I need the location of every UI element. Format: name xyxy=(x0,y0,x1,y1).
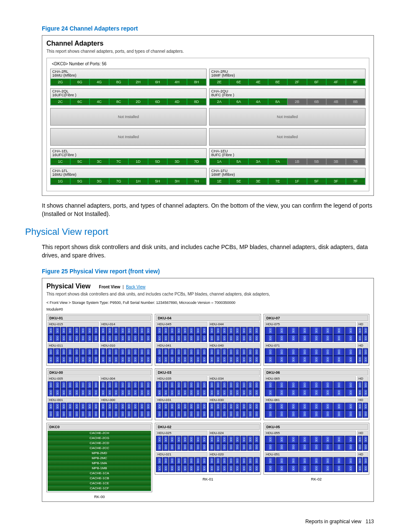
drive-slot[interactable] xyxy=(139,410,145,418)
drive-slot[interactable] xyxy=(228,465,234,472)
port-button[interactable]: 8C xyxy=(109,98,129,105)
drive-slot[interactable] xyxy=(265,410,276,418)
drive-slot[interactable] xyxy=(176,457,182,465)
drive-slot[interactable] xyxy=(247,436,253,443)
drive-slot[interactable] xyxy=(240,465,246,472)
port-button[interactable]: 4D xyxy=(167,98,187,105)
drive-slot[interactable] xyxy=(119,403,125,410)
drive-slot[interactable] xyxy=(357,389,363,396)
drive-slot[interactable] xyxy=(139,356,145,363)
drive-slot[interactable] xyxy=(163,348,169,356)
drive-slot[interactable] xyxy=(333,436,344,443)
port-button[interactable]: 7A xyxy=(268,158,288,165)
drive-slot[interactable] xyxy=(107,381,113,389)
drive-slot[interactable] xyxy=(107,403,113,410)
drive-slot[interactable] xyxy=(61,327,66,334)
drive-slot[interactable] xyxy=(195,443,201,451)
drive-slot[interactable] xyxy=(234,381,240,389)
drive-slot[interactable] xyxy=(310,389,321,396)
drive-slot[interactable] xyxy=(195,403,201,410)
drive-slot[interactable] xyxy=(265,457,276,465)
drive-slot[interactable] xyxy=(163,410,169,418)
port-button[interactable]: 5A xyxy=(229,158,249,165)
drive-slot[interactable] xyxy=(176,381,182,389)
dkc-item[interactable]: CACHE-1CB xyxy=(48,476,151,481)
port-button[interactable]: 5B xyxy=(307,158,327,165)
port-button[interactable]: 7B xyxy=(346,158,366,165)
port-button[interactable]: 1A xyxy=(210,158,229,165)
drive-slot[interactable] xyxy=(322,443,333,451)
drive-slot[interactable] xyxy=(240,356,246,363)
drive-slot[interactable] xyxy=(156,403,162,410)
drive-slot[interactable] xyxy=(48,356,54,363)
drive-slot[interactable] xyxy=(345,381,356,389)
drive-slot[interactable] xyxy=(299,457,310,465)
drive-slot[interactable] xyxy=(322,327,333,334)
drive-slot[interactable] xyxy=(195,348,201,356)
drive-slot[interactable] xyxy=(132,381,138,389)
drive-slot[interactable] xyxy=(221,356,227,363)
drive-slot[interactable] xyxy=(195,381,201,389)
drive-slot[interactable] xyxy=(195,457,201,465)
drive-slot[interactable] xyxy=(176,348,182,356)
port-button[interactable]: 1D xyxy=(128,158,148,165)
drive-slot[interactable] xyxy=(345,348,356,356)
drive-slot[interactable] xyxy=(74,410,79,418)
drive-slot[interactable] xyxy=(80,403,86,410)
drive-slot[interactable] xyxy=(74,356,79,363)
drive-slot[interactable] xyxy=(288,436,299,443)
drive-slot[interactable] xyxy=(288,356,299,363)
drive-slot[interactable] xyxy=(100,327,106,334)
drive-slot[interactable] xyxy=(299,410,310,418)
drive-slot[interactable] xyxy=(240,410,246,418)
dkc-item[interactable]: CACHE-2CG xyxy=(48,436,151,441)
dkc-item[interactable]: CACHE-2CC xyxy=(48,446,151,451)
dkc-item[interactable]: CACHE-1CA xyxy=(48,471,151,476)
drive-slot[interactable] xyxy=(80,327,86,334)
drive-slot[interactable] xyxy=(61,348,66,356)
drive-slot[interactable] xyxy=(201,457,207,465)
drive-slot[interactable] xyxy=(107,410,113,418)
drive-slot[interactable] xyxy=(119,356,125,363)
drive-slot[interactable] xyxy=(182,443,188,451)
drive-slot[interactable] xyxy=(156,410,162,418)
drive-slot[interactable] xyxy=(113,348,119,356)
drive-slot[interactable] xyxy=(126,348,132,356)
drive-slot[interactable] xyxy=(61,410,66,418)
port-button[interactable]: 1B xyxy=(287,158,307,165)
drive-slot[interactable] xyxy=(86,356,92,363)
drive-slot[interactable] xyxy=(234,327,240,334)
drive-slot[interactable] xyxy=(67,389,73,396)
drive-slot[interactable] xyxy=(163,436,169,443)
drive-slot[interactable] xyxy=(288,410,299,418)
drive-slot[interactable] xyxy=(80,410,86,418)
drive-slot[interactable] xyxy=(176,356,182,363)
drive-slot[interactable] xyxy=(276,443,287,451)
drive-slot[interactable] xyxy=(182,334,188,342)
drive-slot[interactable] xyxy=(107,356,113,363)
drive-slot[interactable] xyxy=(176,389,182,396)
dkc-item[interactable]: MPB-2MD xyxy=(48,451,151,456)
drive-slot[interactable] xyxy=(253,327,259,334)
drive-slot[interactable] xyxy=(228,356,234,363)
port-button[interactable]: 3E xyxy=(248,178,268,185)
drive-slot[interactable] xyxy=(299,356,310,363)
drive-slot[interactable] xyxy=(240,381,246,389)
drive-slot[interactable] xyxy=(363,443,368,451)
drive-slot[interactable] xyxy=(74,389,79,396)
drive-slot[interactable] xyxy=(221,403,227,410)
port-button[interactable]: 5G xyxy=(70,178,90,185)
drive-slot[interactable] xyxy=(209,381,215,389)
drive-slot[interactable] xyxy=(363,327,368,334)
drive-slot[interactable] xyxy=(126,334,132,342)
drive-slot[interactable] xyxy=(228,327,234,334)
drive-slot[interactable] xyxy=(333,348,344,356)
drive-slot[interactable] xyxy=(201,334,207,342)
drive-slot[interactable] xyxy=(176,465,182,472)
drive-slot[interactable] xyxy=(169,356,175,363)
drive-slot[interactable] xyxy=(247,327,253,334)
drive-slot[interactable] xyxy=(48,410,54,418)
drive-slot[interactable] xyxy=(322,334,333,342)
drive-slot[interactable] xyxy=(310,410,321,418)
drive-slot[interactable] xyxy=(119,389,125,396)
